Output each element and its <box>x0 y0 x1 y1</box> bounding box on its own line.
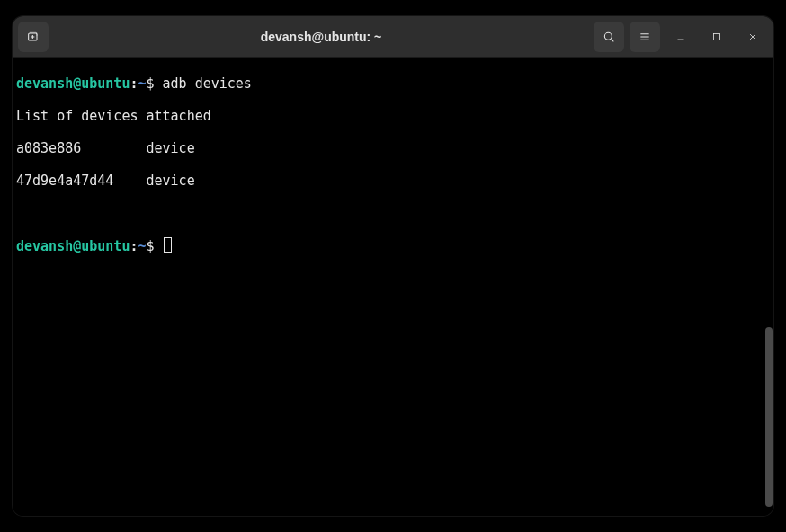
prompt-dollar: $ <box>147 75 155 92</box>
command-text: adb devices <box>155 75 252 92</box>
prompt-path: ~ <box>138 238 146 254</box>
new-tab-button[interactable] <box>18 22 49 52</box>
search-icon <box>602 30 616 44</box>
device-id: 47d9e4a47d44 <box>16 173 113 189</box>
cursor <box>164 237 172 253</box>
scrollbar-thumb[interactable] <box>765 327 773 507</box>
hamburger-icon <box>638 30 652 44</box>
device-row: 47d9e4a47d44 device <box>16 173 770 189</box>
terminal-line: devansh@ubuntu:~$ adb devices <box>16 75 770 92</box>
terminal-line: devansh@ubuntu:~$ <box>16 237 770 254</box>
menu-button[interactable] <box>630 22 660 52</box>
minimize-icon <box>675 31 686 42</box>
titlebar-right <box>594 22 768 52</box>
svg-point-3 <box>604 32 612 40</box>
blank-line <box>16 205 770 221</box>
close-button[interactable] <box>737 22 768 52</box>
maximize-button[interactable] <box>701 22 732 52</box>
close-icon <box>747 31 758 42</box>
svg-line-4 <box>612 39 614 41</box>
titlebar-left <box>18 22 49 52</box>
svg-rect-9 <box>714 33 720 40</box>
prompt-dollar: $ <box>147 238 155 254</box>
device-row: a083e886 device <box>16 140 770 156</box>
device-status: device <box>147 140 195 156</box>
prompt-user-host: devansh@ubuntu <box>16 238 130 254</box>
search-button[interactable] <box>594 22 624 52</box>
maximize-icon <box>711 31 722 42</box>
prompt-path: ~ <box>138 75 146 92</box>
device-status: device <box>147 173 195 189</box>
prompt-user-host: devansh@ubuntu <box>16 75 130 92</box>
titlebar: devansh@ubuntu: ~ <box>13 16 773 58</box>
device-id: a083e886 <box>16 140 81 156</box>
output-header: List of devices attached <box>16 108 770 124</box>
window-title: devansh@ubuntu: ~ <box>54 30 588 44</box>
new-tab-icon <box>26 30 40 44</box>
terminal-window: devansh@ubuntu: ~ <box>13 16 773 516</box>
minimize-button[interactable] <box>665 22 696 52</box>
terminal-body[interactable]: devansh@ubuntu:~$ adb devices List of de… <box>13 58 773 516</box>
